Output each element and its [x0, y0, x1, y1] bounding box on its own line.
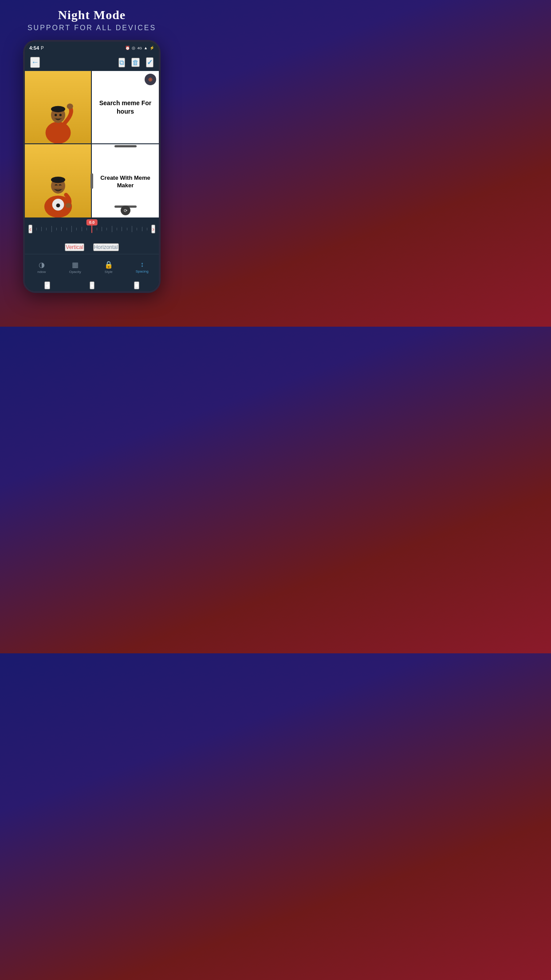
tick [142, 227, 142, 231]
delete-button[interactable]: 🗑 [131, 58, 140, 67]
meme-text-top-right: Search meme For hours [92, 95, 159, 119]
tick [122, 227, 122, 231]
svg-point-8 [56, 203, 60, 207]
location-icon: ◎ [132, 46, 135, 50]
edit-icon[interactable]: ⟳ [121, 205, 130, 215]
slider-left-arrow[interactable]: ‹ [28, 225, 32, 233]
battery-icon: ⚡ [150, 46, 154, 50]
svg-point-4 [55, 114, 57, 116]
nav-home-button[interactable]: ● [90, 281, 94, 289]
tick [76, 228, 77, 230]
page-title: Night Mode [9, 8, 175, 22]
drake-dismiss-svg [40, 95, 76, 143]
nav-back-button[interactable]: ◀ [44, 281, 50, 289]
carrier-icon: P [41, 46, 44, 51]
drake-approve-svg [40, 164, 76, 217]
toolbar-item-opacity[interactable]: ▦ Opacity [64, 261, 86, 274]
tick [82, 227, 82, 231]
tick [106, 228, 107, 230]
tick [41, 227, 42, 231]
slider-section: 0.0 ‹ [25, 217, 159, 241]
toolbar-item-style[interactable]: 🔒 Style [98, 261, 120, 274]
spacing-icon: ↕ [140, 261, 144, 269]
svg-point-0 [45, 122, 71, 143]
status-bar: 4:54 P ⏰ ◎ 4G ▲ ⚡ [25, 42, 159, 54]
confirm-button[interactable]: ✓ [146, 57, 153, 67]
status-time: 4:54 [29, 45, 39, 51]
copy-button[interactable]: ⧉ [118, 58, 125, 67]
toolbar-actions: ⧉ 🗑 ✓ [118, 57, 153, 67]
meme-canvas: ⊕ Search meme For hours [25, 71, 159, 217]
tick [51, 226, 52, 232]
toolbar-item-spacing[interactable]: ↕ Spacing [131, 261, 153, 273]
tick [61, 227, 62, 231]
tick [87, 228, 87, 230]
tick [127, 228, 127, 230]
slider-right-arrow[interactable]: › [151, 225, 155, 233]
tab-vertical[interactable]: Vertical [65, 243, 84, 251]
tick [71, 226, 72, 232]
svg-point-5 [59, 114, 61, 116]
drake-approve-image [25, 144, 91, 217]
status-icons: ⏰ ◎ 4G ▲ ⚡ [125, 46, 154, 50]
edit-symbol: ⟳ [124, 208, 127, 213]
header-section: Night Mode SUPPORT FOR ALL DEVICES [0, 0, 184, 36]
layer-icon: ⊕ [148, 76, 153, 83]
slider-cursor[interactable] [91, 225, 92, 233]
tick [36, 228, 37, 230]
shadow-icon: ◑ [39, 261, 45, 269]
app-toolbar: ← ⧉ 🗑 ✓ [25, 54, 159, 71]
page-subtitle: SUPPORT FOR ALL DEVICES [9, 24, 175, 32]
tick [132, 226, 132, 232]
bottom-toolbar: ◑ ndow ▦ Opacity 🔒 Style ↕ Spacing [25, 254, 159, 280]
tick [112, 226, 112, 232]
signal-icon: ▲ [144, 46, 148, 50]
style-icon: 🔒 [104, 261, 113, 269]
back-button[interactable]: ← [30, 57, 40, 68]
drake-dismiss-image [25, 71, 91, 143]
network-icon: 4G [137, 46, 142, 50]
opacity-icon: ▦ [72, 261, 79, 269]
axis-tabs: Vertical Horizontal [25, 241, 159, 254]
tick [97, 228, 97, 230]
spacing-label: Spacing [136, 269, 149, 273]
slider-track[interactable] [34, 224, 150, 234]
meme-cell-top-left[interactable] [25, 71, 92, 144]
toolbar-item-shadow[interactable]: ◑ ndow [31, 261, 53, 274]
side-handle-left[interactable] [91, 173, 93, 189]
meme-cell-bottom-left[interactable] [25, 144, 92, 217]
tick [46, 228, 47, 230]
meme-cell-top-right[interactable]: ⊕ Search meme For hours [92, 71, 159, 144]
svg-point-11 [65, 203, 71, 208]
tick [117, 228, 117, 230]
tick [102, 227, 102, 231]
opacity-label: Opacity [69, 270, 81, 274]
page-wrapper: Night Mode SUPPORT FOR ALL DEVICES 4:54 … [0, 0, 184, 327]
svg-point-2 [51, 106, 65, 112]
layer-badge: ⊕ [145, 74, 156, 85]
tick [67, 228, 67, 230]
alarm-icon: ⏰ [125, 46, 130, 50]
resize-handle-top[interactable] [114, 145, 137, 147]
svg-point-10 [51, 177, 65, 183]
tab-horizontal[interactable]: Horizontal [93, 243, 119, 251]
phone-frame: 4:54 P ⏰ ◎ 4G ▲ ⚡ ← ⧉ 🗑 ✓ [23, 40, 161, 293]
shadow-label: ndow [37, 270, 46, 274]
meme-grid: ⊕ Search meme For hours [25, 71, 159, 217]
svg-point-3 [67, 103, 73, 109]
tick [147, 228, 147, 230]
tick [56, 228, 57, 230]
style-label: Style [105, 270, 113, 274]
nav-recents-button[interactable]: ■ [134, 281, 139, 289]
meme-cell-bottom-right[interactable]: Create With Meme Maker ⟳ [92, 144, 159, 217]
tick [137, 228, 137, 230]
nav-bar: ◀ ● ■ [25, 280, 159, 291]
